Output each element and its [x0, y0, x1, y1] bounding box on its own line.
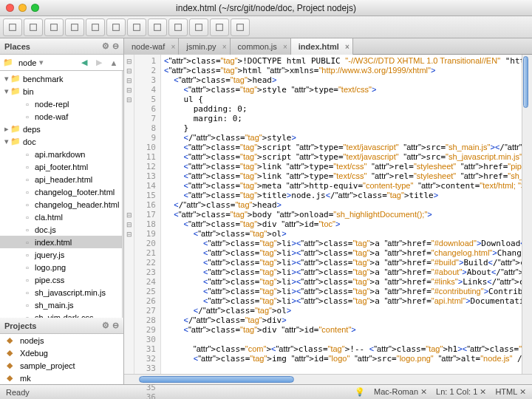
nav-up-button[interactable]: ▲	[107, 57, 120, 69]
fold-marker[interactable]	[124, 287, 134, 296]
fold-marker[interactable]	[124, 162, 134, 171]
fold-marker[interactable]	[124, 364, 134, 373]
forward-button[interactable]	[231, 18, 250, 36]
fold-marker[interactable]	[124, 335, 134, 344]
fold-marker[interactable]	[124, 392, 134, 399]
tree-row[interactable]: ▾📁benchmark	[0, 72, 122, 85]
fold-marker[interactable]	[124, 104, 134, 114]
open-button[interactable]	[24, 18, 43, 36]
tree-row[interactable]: ▫sh_javascript.min.js	[0, 286, 122, 299]
fold-marker[interactable]: ⊟	[124, 75, 134, 85]
tree-row[interactable]: ▫doc.js	[0, 223, 122, 236]
close-icon[interactable]: ×	[222, 43, 227, 51]
redo-button[interactable]	[106, 18, 126, 36]
fold-marker[interactable]	[124, 277, 134, 287]
status-mode[interactable]: HTML	[495, 387, 517, 396]
tree-row[interactable]: ▫changelog_footer.html	[0, 185, 122, 198]
tree-row[interactable]: ▫api_footer.html	[0, 160, 122, 173]
fold-marker[interactable]: ⊟	[124, 219, 134, 229]
fold-marker[interactable]	[124, 267, 134, 277]
tree-row[interactable]: ▾📁doc	[0, 135, 122, 148]
fold-marker[interactable]	[124, 239, 134, 248]
tab-jsmin-py[interactable]: jsmin.py×	[179, 38, 230, 55]
editor-vscrollbar[interactable]	[522, 55, 532, 374]
tree-row[interactable]: ▫pipe.css	[0, 273, 122, 286]
tree-row[interactable]: ▾📁bin	[0, 85, 122, 98]
fold-marker[interactable]	[124, 123, 134, 133]
tab-common-js[interactable]: common.js×	[231, 38, 291, 55]
fold-marker[interactable]	[124, 316, 134, 325]
tree-row[interactable]: ▫sh_vim-dark.css	[0, 311, 122, 318]
new-file-button[interactable]	[3, 18, 22, 36]
gear-icon[interactable]: ⚙	[102, 41, 109, 51]
tab-index-html[interactable]: index.html×	[291, 38, 353, 55]
disclosure-icon[interactable]: ▾	[3, 137, 10, 146]
close-icon[interactable]: ×	[345, 43, 349, 51]
fold-marker[interactable]: ⊟	[124, 56, 134, 66]
code-editor[interactable]: <"attr">class="tag">!DOCTYPE html PUBLIC…	[161, 55, 522, 374]
disclosure-icon[interactable]: ▾	[3, 74, 10, 83]
save-all-button[interactable]	[65, 18, 84, 36]
disclosure-icon[interactable]: ▸	[3, 124, 10, 134]
collapse-icon[interactable]: ⊖	[112, 321, 119, 330]
save-button[interactable]	[44, 18, 64, 36]
nav-forward-button[interactable]: ▶	[92, 57, 106, 69]
fold-marker[interactable]	[124, 152, 134, 162]
tree-row[interactable]: ▫cla.html	[0, 211, 122, 223]
gear-icon[interactable]: ⚙	[102, 321, 109, 330]
fold-marker[interactable]	[124, 114, 134, 123]
close-icon[interactable]: ×	[171, 43, 175, 51]
status-encoding[interactable]: Mac-Roman	[374, 387, 418, 396]
project-row[interactable]: ◆nodejs	[0, 334, 123, 347]
tree-row[interactable]: ▫node-repl	[0, 98, 122, 110]
tree-row[interactable]: ▫jquery.js	[0, 248, 122, 261]
fold-marker[interactable]	[124, 296, 134, 306]
disclosure-icon[interactable]: ▾	[3, 86, 10, 96]
fold-marker[interactable]: ⊟	[124, 229, 134, 239]
paste-button[interactable]	[168, 18, 188, 36]
tree-row[interactable]: ▫sh_main.js	[0, 299, 122, 311]
minimize-window-button[interactable]	[18, 4, 27, 12]
back-button[interactable]	[210, 18, 229, 36]
fold-marker[interactable]	[124, 133, 134, 143]
fold-gutter[interactable]: ⊟⊟⊟⊟⊟⊟⊟⊟	[124, 55, 134, 374]
fold-marker[interactable]	[124, 344, 134, 354]
close-window-button[interactable]	[6, 4, 14, 12]
tree-row[interactable]: ▫api.markdown	[0, 148, 122, 160]
project-row[interactable]: ◆mk	[0, 372, 123, 384]
file-tree[interactable]: ▾📁benchmark▾📁bin▫node-repl▫node-waf▸📁dep…	[0, 71, 123, 318]
fold-marker[interactable]	[124, 306, 134, 316]
tree-row[interactable]: ▫logo.png	[0, 261, 122, 273]
tree-row[interactable]: ▫index.html	[0, 236, 122, 248]
undo-button[interactable]	[86, 18, 105, 36]
copy-button[interactable]	[148, 18, 167, 36]
fold-marker[interactable]: ⊟	[124, 210, 134, 219]
tree-scrollbar[interactable]	[122, 71, 123, 318]
fold-marker[interactable]	[124, 191, 134, 200]
project-row[interactable]: ◆Xdebug	[0, 347, 123, 359]
nav-back-button[interactable]: ◀	[78, 57, 91, 69]
zoom-window-button[interactable]	[31, 4, 39, 12]
fold-marker[interactable]	[124, 200, 134, 210]
fold-marker[interactable]	[124, 143, 134, 152]
fold-marker[interactable]: ⊟	[124, 95, 134, 104]
fold-marker[interactable]: ⊟	[124, 66, 134, 75]
tree-row[interactable]: ▫api_header.html	[0, 173, 122, 185]
fold-marker[interactable]	[124, 258, 134, 267]
fold-marker[interactable]	[124, 248, 134, 258]
fold-marker[interactable]	[124, 325, 134, 335]
collapse-icon[interactable]: ⊖	[112, 41, 119, 51]
status-lightbulb-icon[interactable]: 💡	[355, 387, 365, 397]
tab-node-waf[interactable]: node-waf×	[124, 38, 179, 55]
fold-marker[interactable]: ⊟	[124, 85, 134, 95]
tree-row[interactable]: ▸📁deps	[0, 123, 122, 135]
find-button[interactable]	[189, 18, 208, 36]
cut-button[interactable]	[127, 18, 146, 36]
editor-hscrollbar[interactable]	[124, 374, 532, 384]
fold-marker[interactable]	[124, 171, 134, 181]
tree-row[interactable]: ▫node-waf	[0, 110, 122, 123]
tree-row[interactable]: ▫changelog_header.html	[0, 198, 122, 211]
close-icon[interactable]: ×	[283, 43, 287, 51]
root-selector[interactable]: 📁 node ▾ ◀ ▶ ▲	[0, 55, 123, 71]
project-row[interactable]: ◆sample_project	[0, 359, 123, 372]
